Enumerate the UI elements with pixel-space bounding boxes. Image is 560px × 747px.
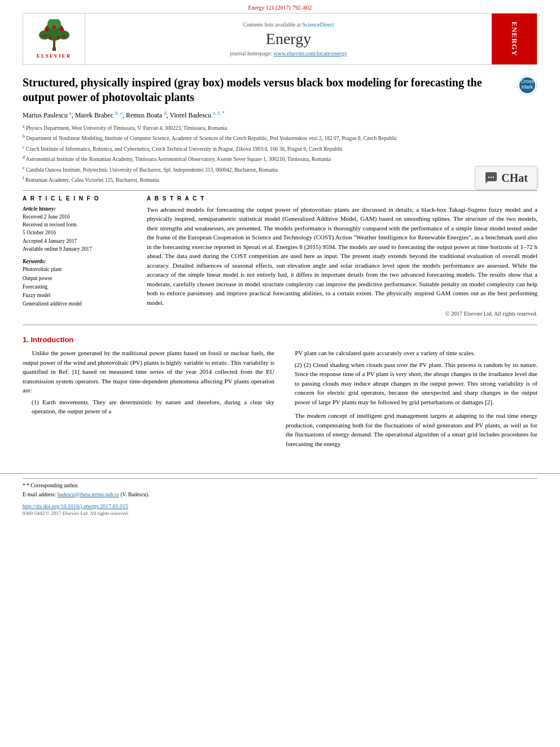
authors-line: Marius Paulescu a, Marek Brabec b, c, Re… (23, 110, 537, 120)
article-title-section: Structured, physically inspired (gray bo… (23, 75, 537, 104)
intro-number: 1. (23, 335, 29, 344)
energy-logo-box: ENERGY (492, 14, 537, 64)
accepted-date: Accepted 4 January 2017 (23, 237, 135, 245)
email-suffix: (V. Badescu). (120, 492, 149, 497)
homepage-link[interactable]: www.elsevier.com/locate/energy (273, 50, 347, 56)
intro-right-para-1: PV plant can be calculated quite accurat… (286, 348, 537, 358)
footer-divider (23, 478, 537, 479)
svg-point-7 (53, 25, 56, 29)
article-content: Structured, physically inspired (gray bo… (0, 65, 560, 456)
intro-para-1: Unlike the power generated by the tradit… (23, 348, 274, 395)
svg-point-10 (62, 35, 65, 38)
svg-point-12 (56, 36, 59, 39)
article-page: Energy 121 (2017) 792–802 (0, 0, 560, 747)
author-0: Marius Paulescu a (23, 111, 72, 119)
list-number-1: (1) (32, 399, 42, 405)
email-label: E-mail address: (23, 492, 56, 497)
info-abstract-cols: A R T I C L E I N F O Article history: R… (23, 195, 537, 317)
list-number-2: (2) (295, 361, 304, 368)
keywords-label: Keywords: (23, 257, 135, 265)
keyword-0: Photovoltaic plant (23, 265, 135, 274)
doi-link[interactable]: http://dx.doi.org/10.1016/j.energy.2017.… (23, 503, 128, 509)
affil-b: b Department of Nonlinear Modeling, Inst… (23, 133, 537, 142)
svg-point-19 (493, 177, 494, 178)
svg-point-6 (45, 28, 49, 31)
corresponding-note: * * Corresponding author. (23, 482, 537, 490)
abstract-heading: A B S T R A C T (147, 195, 537, 202)
header-row: ELSEVIER Contents lists available at Sci… (23, 13, 537, 65)
doi-line[interactable]: http://dx.doi.org/10.1016/j.energy.2017.… (23, 503, 537, 509)
svg-text:Mark: Mark (522, 84, 533, 90)
email-note: E-mail address: badescu@theta.termo.pub.… (23, 491, 537, 499)
journal-center: Contents lists available at ScienceDirec… (85, 14, 492, 64)
issn-line: 0360-5442/© 2017 Elsevier Ltd. All right… (23, 510, 537, 516)
article-info-col: A R T I C L E I N F O Article history: R… (23, 195, 135, 317)
journal-header: Energy 121 (2017) 792–802 (0, 0, 560, 65)
svg-point-18 (491, 177, 492, 178)
author-3: Viorel Badescu e, f, * (170, 111, 225, 119)
crossmark-icon: Cross Mark (517, 75, 537, 95)
received-date: Received 2 June 2016 (23, 213, 135, 221)
keyword-1: Output power (23, 274, 135, 283)
intro-body-cols: Unlike the power generated by the tradit… (23, 348, 537, 451)
elsevier-logo: ELSEVIER (23, 14, 85, 64)
article-info-heading: A R T I C L E I N F O (23, 195, 135, 202)
svg-point-9 (43, 35, 46, 38)
homepage-line: journal homepage: www.elsevier.com/locat… (230, 50, 347, 56)
affil-a: a Physics Department, West University of… (23, 123, 537, 132)
chat-label[interactable]: CHat (501, 172, 528, 185)
affil-c: c Czech Institute of Informatics, Roboti… (23, 144, 537, 153)
available-date: Available online 9 January 2017 (23, 245, 135, 253)
intro-title: 1. Introduction (23, 335, 537, 344)
author-2: Remus Boata d (126, 111, 167, 119)
received-revised-date: 5 October 2016 (23, 229, 135, 237)
copyright-line: © 2017 Elsevier Ltd. All rights reserved… (147, 311, 537, 317)
corresponding-label: * Corresponding author. (27, 483, 78, 488)
article-title: Structured, physically inspired (gray bo… (23, 75, 510, 104)
affil-d: d Astronomical Institute of the Romanian… (23, 154, 537, 163)
svg-text:Cross: Cross (520, 78, 534, 84)
homepage-label: journal homepage: (230, 50, 272, 56)
svg-point-8 (60, 28, 63, 31)
sciencedirect-line: Contents lists available at ScienceDirec… (243, 21, 334, 28)
intro-list-1: (1) Earth movements. They are determinis… (32, 397, 274, 416)
divider-1 (23, 190, 537, 191)
keyword-3: Fuzzy model (23, 291, 135, 300)
contents-text: Contents lists available at (243, 21, 300, 28)
affiliations: a Physics Department, West University of… (23, 123, 537, 185)
chat-overlay[interactable]: CHat (475, 166, 537, 190)
sciencedirect-link[interactable]: ScienceDirect (302, 21, 334, 28)
svg-point-17 (488, 177, 489, 178)
divider-2 (23, 325, 537, 325)
keywords-section: Keywords: Photovoltaic plant Output powe… (23, 257, 135, 308)
chat-bubble-icon (484, 171, 498, 185)
intro-right-para-3: The modern concept of intelligent grid m… (286, 411, 537, 448)
journal-name-header: Energy (266, 30, 311, 48)
affil-e: e Candida Oancea Institute, Polytechnic … (23, 165, 537, 174)
article-footer: * * Corresponding author. E-mail address… (0, 473, 560, 522)
email-link[interactable]: badescu@theta.termo.pub.ro (58, 492, 119, 497)
abstract-col: A B S T R A C T Two advanced models for … (147, 195, 537, 317)
keyword-2: Forecasting (23, 283, 135, 291)
article-history: Article history: Received 2 June 2016 Re… (23, 205, 135, 309)
intro-heading: Introduction (30, 335, 73, 344)
history-label: Article history: (23, 205, 135, 213)
abstract-text: Two advanced models for forecasting the … (147, 205, 537, 308)
introduction-section: 1. Introduction Unlike the power generat… (23, 335, 537, 451)
intro-list-2: (2) (2) Cloud shading when clouds pass o… (295, 360, 537, 407)
journal-citation: Energy 121 (2017) 792–802 (248, 5, 312, 11)
svg-point-11 (49, 36, 51, 39)
intro-right-col: PV plant can be calculated quite accurat… (286, 348, 537, 451)
keyword-4: Generalized additive model (23, 300, 135, 308)
author-1: Marek Brabec b, c (75, 111, 123, 119)
intro-list-2-text: (2) Cloud shading when clouds pass over … (295, 361, 537, 405)
received-revised-label: Received in revised form (23, 221, 135, 229)
history-dates: Received 2 June 2016 Received in revised… (23, 213, 135, 253)
elsevier-tree-icon (34, 19, 74, 52)
elsevier-text-label: ELSEVIER (37, 53, 72, 59)
intro-left-col: Unlike the power generated by the tradit… (23, 348, 274, 451)
energy-logo-text: ENERGY (510, 21, 519, 56)
affil-f: f Romanian Academy, Calea Victoriei 125,… (23, 175, 537, 184)
intro-list-1-text: Earth movements. They are deterministic … (32, 399, 274, 415)
